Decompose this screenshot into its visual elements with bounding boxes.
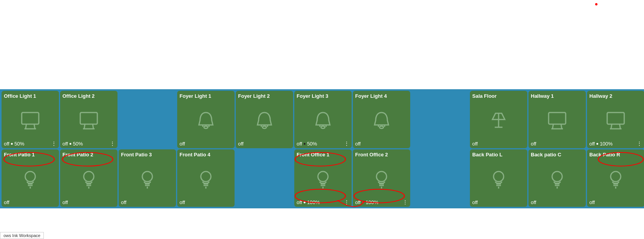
- cell-dots-menu[interactable]: ⋮: [110, 140, 115, 147]
- light-cell-back-patio-r[interactable]: Back Patio R off: [587, 149, 644, 207]
- light-cell-front-patio-4[interactable]: Front Patio 4 off: [177, 149, 235, 207]
- cell-status-bar: off: [355, 141, 408, 147]
- light-cell-hallway-1[interactable]: Hallway 1 off: [528, 91, 586, 148]
- cell-status-text: off: [4, 199, 9, 205]
- light-cell-back-patio-l[interactable]: Back Patio L off: [470, 149, 527, 207]
- cell-status-text: off: [180, 199, 185, 205]
- cell-device-icon: [589, 159, 642, 199]
- svg-line-25: [561, 124, 562, 129]
- light-cell-foyer-light-2[interactable]: Foyer Light 2 off: [236, 91, 293, 148]
- cell-status-text: off: [589, 141, 595, 147]
- cell-status-bar: off ● 50%⋮: [4, 140, 57, 147]
- light-cell-front-patio-2[interactable]: Front Patio 2 off: [60, 149, 117, 207]
- cell-title: Back Patio R: [589, 152, 620, 158]
- windows-ink-bar: ows Ink Workspace: [0, 232, 44, 239]
- cell-title: Back Patio L: [472, 152, 502, 158]
- svg-point-13: [262, 126, 266, 128]
- light-cell-front-patio-1[interactable]: Front Patio 1 off: [2, 149, 59, 207]
- light-cell-front-office-2[interactable]: Front Office 2 off ● 100%⋮: [353, 149, 410, 207]
- cell-title: Front Patio 3: [121, 152, 152, 158]
- light-cell-front-patio-3[interactable]: Front Patio 3 off: [119, 149, 176, 207]
- light-cell-sala-floor[interactable]: Sala Floor off: [470, 91, 527, 148]
- cell-dots-menu[interactable]: ⋮: [344, 199, 349, 205]
- light-cell-office-light-2[interactable]: Office Light 2 off ● 50%⋮: [60, 91, 117, 148]
- cell-status-text: off: [531, 199, 536, 205]
- svg-rect-4: [80, 113, 97, 124]
- light-cell-foyer-light-3[interactable]: Foyer Light 3 off ● 50%⋮: [294, 91, 352, 148]
- svg-line-1: [26, 124, 26, 129]
- row-2: Front Patio 1 offFront Patio 2 offFront …: [2, 149, 642, 207]
- svg-line-28: [611, 124, 612, 129]
- cell-brightness: 50%: [14, 141, 24, 147]
- cell-device-icon: [297, 100, 349, 140]
- cell-status-text: off: [238, 141, 243, 147]
- light-cell-back-patio-c[interactable]: Back patio C off: [528, 149, 586, 207]
- top-area: [0, 0, 644, 89]
- svg-point-16: [321, 126, 325, 128]
- svg-point-35: [84, 171, 94, 182]
- cell-status-bar: off: [4, 199, 57, 205]
- cell-status-bar: off: [238, 141, 291, 147]
- cell-bulb-icon: ●: [596, 141, 599, 146]
- cell-device-icon: [62, 159, 115, 199]
- svg-line-2: [34, 124, 35, 129]
- cell-brightness: 100%: [366, 199, 378, 205]
- empty-cell: [236, 149, 293, 207]
- cell-device-icon: [121, 159, 174, 199]
- cell-status-text: off: [4, 141, 9, 147]
- cell-bulb-icon: ●: [303, 200, 306, 204]
- cell-status-bar: off: [531, 141, 584, 147]
- cell-title: Foyer Light 1: [180, 93, 211, 99]
- svg-point-19: [380, 126, 383, 128]
- cell-title: Back patio C: [531, 152, 561, 158]
- cell-status-bar: off: [531, 199, 584, 205]
- cell-status-bar: off: [472, 141, 525, 147]
- light-cell-front-office-1[interactable]: Front Office 1 off ● 100%⋮: [294, 149, 352, 207]
- light-cell-foyer-light-1[interactable]: Foyer Light 1 off: [177, 91, 235, 148]
- cell-status-text: off: [355, 199, 361, 205]
- cell-device-icon: [472, 159, 525, 199]
- cell-status-text: off: [355, 141, 361, 147]
- light-cell-office-light-1[interactable]: Office Light 1 off ● 50%⋮: [2, 91, 59, 148]
- cell-status-text: off: [62, 199, 68, 205]
- svg-line-29: [620, 124, 620, 129]
- cell-dots-menu[interactable]: ⋮: [344, 140, 349, 147]
- cell-device-icon: [472, 100, 525, 141]
- svg-line-24: [552, 124, 553, 129]
- cell-title: Hallway 1: [531, 93, 554, 99]
- cell-title: Sala Floor: [472, 93, 497, 99]
- cell-status-bar: off: [589, 199, 642, 205]
- light-cell-hallway-2[interactable]: Hallway 2 off ● 100%⋮: [587, 91, 644, 148]
- cell-bulb-icon: ●: [362, 200, 364, 204]
- cell-status-bar: off ● 100%⋮: [589, 140, 642, 147]
- cell-status-text: off: [472, 141, 478, 147]
- cell-device-icon: [62, 100, 115, 140]
- svg-point-51: [376, 171, 387, 182]
- cell-title: Front Patio 1: [4, 152, 35, 158]
- cell-brightness: 100%: [600, 141, 613, 147]
- cell-status-text: off: [297, 141, 302, 147]
- svg-rect-0: [22, 113, 39, 124]
- cell-dots-menu[interactable]: ⋮: [51, 140, 57, 147]
- cell-dots-menu[interactable]: ⋮: [637, 140, 642, 147]
- svg-point-47: [318, 171, 328, 182]
- cell-device-icon: [4, 159, 57, 199]
- red-dot-indicator: [595, 3, 597, 5]
- light-cell-foyer-light-4[interactable]: Foyer Light 4 off: [353, 91, 410, 148]
- cell-dots-menu[interactable]: ⋮: [402, 199, 408, 205]
- svg-point-43: [201, 171, 211, 182]
- cell-device-icon: [589, 100, 642, 140]
- cell-title: Front Patio 2: [62, 152, 93, 158]
- cell-status-bar: off: [180, 199, 232, 205]
- cell-title: Foyer Light 4: [355, 93, 387, 99]
- cell-status-bar: off ● 100%⋮: [355, 199, 408, 205]
- cell-brightness: 50%: [73, 141, 83, 147]
- empty-cell: [411, 91, 469, 148]
- cell-bulb-icon: ●: [10, 141, 13, 146]
- cell-title: Hallway 2: [589, 93, 612, 99]
- cell-status-bar: off ● 50%⋮: [297, 140, 349, 147]
- cell-bulb-icon: ●: [69, 141, 72, 146]
- cell-device-icon: [180, 159, 232, 199]
- light-grid: Office Light 1 off ● 50%⋮Office Light 2 …: [0, 89, 644, 208]
- cell-device-icon: [4, 100, 57, 140]
